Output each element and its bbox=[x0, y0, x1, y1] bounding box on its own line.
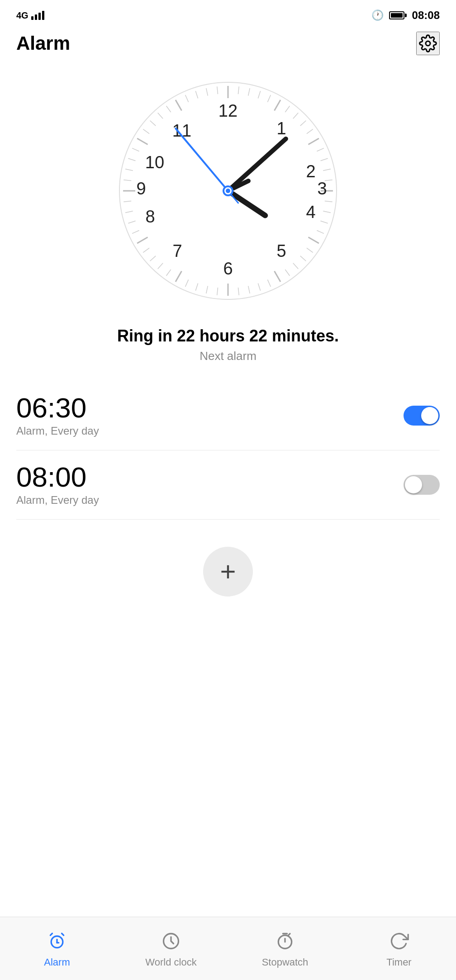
page-title: Alarm bbox=[16, 33, 70, 54]
alarm-desc-2: Alarm, Every day bbox=[16, 494, 99, 507]
nav-item-timer[interactable]: Timer bbox=[342, 929, 456, 968]
svg-point-0 bbox=[426, 41, 430, 46]
nav-label-timer: Timer bbox=[386, 956, 411, 968]
svg-text:5: 5 bbox=[276, 241, 286, 260]
timer-nav-icon bbox=[387, 929, 411, 953]
alarm-time-2: 08:00 bbox=[16, 463, 99, 491]
svg-text:3: 3 bbox=[317, 179, 327, 198]
alarm-desc-1: Alarm, Every day bbox=[16, 425, 99, 437]
world-clock-nav-icon bbox=[159, 929, 183, 953]
plus-icon: + bbox=[220, 558, 236, 585]
nav-label-world-clock: World clock bbox=[145, 956, 196, 968]
svg-text:11: 11 bbox=[172, 121, 191, 140]
nav-item-alarm[interactable]: Alarm bbox=[0, 929, 114, 968]
alarm-toggle-1[interactable] bbox=[404, 406, 440, 426]
app-header: Alarm bbox=[0, 27, 456, 64]
signal-icon bbox=[31, 11, 44, 20]
svg-text:10: 10 bbox=[145, 153, 164, 172]
alarm-item-1[interactable]: 06:30 Alarm, Every day bbox=[16, 381, 440, 450]
network-type: 4G bbox=[16, 10, 28, 21]
gear-icon bbox=[419, 34, 437, 52]
svg-text:1: 1 bbox=[276, 119, 286, 138]
svg-text:9: 9 bbox=[136, 179, 146, 198]
bottom-nav: Alarm World clock Stopwatch bbox=[0, 917, 456, 980]
clock-face: 12 1 2 3 4 5 6 7 8 9 10 11 bbox=[110, 73, 346, 308]
alarm-info: Ring in 22 hours 22 minutes. Next alarm bbox=[0, 322, 456, 381]
svg-text:8: 8 bbox=[145, 207, 155, 226]
svg-point-80 bbox=[226, 189, 230, 193]
add-button-container: + bbox=[0, 520, 456, 606]
current-time: 08:08 bbox=[412, 9, 440, 22]
next-alarm-label: Next alarm bbox=[16, 349, 440, 363]
nav-label-stopwatch: Stopwatch bbox=[262, 956, 309, 968]
alarm-info-1: 06:30 Alarm, Every day bbox=[16, 394, 99, 437]
svg-line-87 bbox=[288, 933, 290, 935]
svg-text:7: 7 bbox=[172, 241, 182, 260]
clock-svg: 12 1 2 3 4 5 6 7 8 9 10 11 bbox=[110, 73, 346, 308]
nav-item-world-clock[interactable]: World clock bbox=[114, 929, 228, 968]
clock-container: 12 1 2 3 4 5 6 7 8 9 10 11 bbox=[0, 64, 456, 322]
svg-text:12: 12 bbox=[218, 101, 238, 120]
settings-button[interactable] bbox=[416, 32, 440, 55]
svg-text:6: 6 bbox=[223, 259, 233, 278]
svg-text:4: 4 bbox=[306, 203, 315, 222]
status-bar: 4G 🕐 08:08 bbox=[0, 0, 456, 27]
alarm-status-icon: 🕐 bbox=[371, 9, 384, 21]
alarm-nav-icon bbox=[45, 929, 69, 953]
alarm-item-2[interactable]: 08:00 Alarm, Every day bbox=[16, 450, 440, 520]
stopwatch-nav-icon bbox=[273, 929, 297, 953]
alarm-toggle-2[interactable] bbox=[404, 475, 440, 495]
add-alarm-button[interactable]: + bbox=[203, 547, 253, 597]
alarm-info-2: 08:00 Alarm, Every day bbox=[16, 463, 99, 507]
battery-icon bbox=[389, 11, 407, 19]
alarm-time-1: 06:30 bbox=[16, 394, 99, 422]
nav-item-stopwatch[interactable]: Stopwatch bbox=[228, 929, 342, 968]
alarm-list: 06:30 Alarm, Every day 08:00 Alarm, Ever… bbox=[0, 381, 456, 520]
svg-text:2: 2 bbox=[306, 162, 315, 181]
nav-label-alarm: Alarm bbox=[44, 956, 70, 968]
status-right: 🕐 08:08 bbox=[371, 9, 440, 22]
ring-time-text: Ring in 22 hours 22 minutes. bbox=[16, 327, 440, 346]
network-status: 4G bbox=[16, 10, 44, 21]
